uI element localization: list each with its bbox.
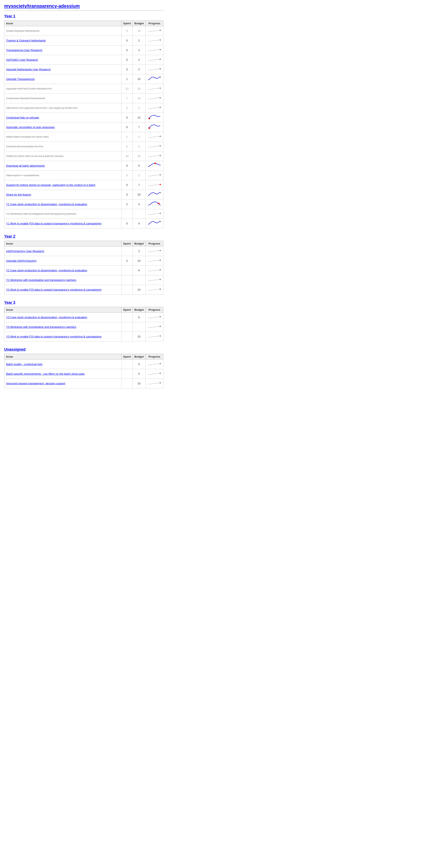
issue-cell[interactable]: Upgrade Transparencia	[4, 74, 121, 84]
issue-link[interactable]: Transparencia User Research	[6, 49, 42, 52]
progress-cell	[146, 379, 163, 389]
budget-cell: 14	[133, 113, 146, 122]
budget-cell: 5	[133, 360, 146, 369]
issue-cell[interactable]: Share by link feature	[4, 190, 121, 199]
issue-cell[interactable]: AskTheEU User Research	[4, 55, 121, 65]
issue-cell[interactable]: Training & Outreach Netherlands	[4, 36, 121, 45]
issue-cell[interactable]: Y1 Work to enable FOI data to support tr…	[4, 219, 121, 228]
budget-cell: 10	[133, 84, 146, 94]
issue-cell[interactable]: Improved request management, decision su…	[4, 379, 121, 389]
issue-link[interactable]: Improved request management, decision su…	[6, 382, 65, 385]
spent-cell	[121, 209, 133, 219]
col-header-spent: Spent	[121, 21, 133, 26]
issue-cell[interactable]: Batch quality - contextual help	[4, 360, 121, 369]
svg-point-9	[149, 118, 150, 119]
issue-link[interactable]: Y2 Case study production & dissemination…	[6, 269, 87, 272]
spent-cell	[121, 360, 133, 369]
issue-cell[interactable]: Y3 Workshop with investigative and trans…	[4, 322, 121, 332]
col-header-progress: Progress	[146, 21, 163, 26]
issue-link[interactable]: Y2 Work to enable FOI data to support tr…	[6, 288, 102, 291]
svg-point-31	[160, 382, 161, 383]
issue-link[interactable]: Download all batch attachments	[6, 164, 45, 167]
issue-link[interactable]: Alaveteli Netherlands User Research	[6, 68, 51, 71]
progress-cell	[146, 266, 163, 275]
section-title-year3[interactable]: Year 3	[4, 301, 163, 305]
svg-point-13	[160, 155, 161, 156]
progress-cell	[146, 103, 163, 113]
issue-cell[interactable]: Support for linking stories to requests,…	[4, 180, 121, 190]
issue-link[interactable]: Share by link feature	[6, 193, 31, 196]
progress-cell	[146, 132, 163, 142]
budget-cell: 7	[133, 122, 146, 132]
issue-cell[interactable]: Y3 Work to enable FOI data to support tr…	[4, 332, 121, 341]
issue-link[interactable]: Y3 Case study production & dissemination…	[6, 316, 87, 319]
issue-cell[interactable]: Download all batch attachments	[4, 161, 121, 170]
issue-cell[interactable]: Y1 Case study production & dissemination…	[4, 199, 121, 209]
issue-cell: Self-serve non-payment accounts - can ap…	[4, 103, 121, 113]
spent-cell: 7	[121, 94, 133, 103]
progress-cell	[146, 55, 163, 65]
progress-sparkline	[147, 104, 162, 111]
issue-cell[interactable]: Automatic recognition of auto responses	[4, 122, 121, 132]
svg-point-14	[154, 163, 156, 164]
issue-cell[interactable]: Batch-specific improvements - use filter…	[4, 369, 121, 379]
svg-point-0	[160, 30, 161, 31]
svg-point-5	[160, 76, 161, 78]
issue-cell[interactable]: Y2 Workshop with investigative and trans…	[4, 275, 121, 285]
issue-link[interactable]: Y2 Workshop with investigative and trans…	[6, 278, 76, 282]
spent-cell	[121, 246, 133, 256]
progress-sparkline	[147, 361, 162, 367]
issue-link[interactable]: Upgrade Transparencia	[6, 78, 34, 81]
issue-link[interactable]: Y1 Work to enable FOI data to support tr…	[6, 222, 102, 225]
issue-cell: Data export -> spreadsheet	[4, 170, 121, 180]
table-row: Download all batch attachments05	[4, 161, 163, 170]
progress-cell	[146, 369, 163, 379]
table-row: Y3 Case study production & dissemination…	[4, 313, 163, 322]
budget-cell: 10	[133, 285, 146, 294]
section-title-unassigned[interactable]: Unassigned	[4, 347, 163, 352]
table-row: General documentation for Pro25	[4, 142, 163, 151]
table-row: Alaveteli Netherlands User Research02	[4, 65, 163, 74]
table-row: Data export -> spreadsheet02	[4, 170, 163, 180]
page-container: mysociety/transparency-adessium Year 1Is…	[4, 3, 163, 389]
spent-cell	[121, 379, 133, 389]
issue-link[interactable]: AskTheEU User Research	[6, 58, 38, 61]
issue-link[interactable]: Y1 Case study production & dissemination…	[6, 203, 87, 206]
table-row: Upgrade Transparencia110	[4, 74, 163, 84]
issue-link[interactable]: Support for linking stories to requests,…	[6, 183, 95, 187]
table-row: Customise Alaveteli Netherlands715	[4, 94, 163, 103]
progress-cell	[146, 84, 163, 94]
budget-cell: 2	[133, 132, 146, 142]
issue-cell[interactable]: Y3 Case study production & dissemination…	[4, 313, 121, 322]
issue-link[interactable]: Automatic recognition of auto responses	[6, 126, 55, 129]
spent-cell: 0	[121, 45, 133, 55]
issue-link[interactable]: Upgrade InfoProVsechny	[6, 259, 36, 262]
progress-sparkline	[147, 85, 162, 92]
section-title-year2[interactable]: Year 2	[4, 234, 163, 239]
issue-link[interactable]: InfoProVsechny User Research	[6, 250, 44, 253]
issue-cell[interactable]: Contextual help on refusals	[4, 113, 121, 122]
issue-cell[interactable]: Alaveteli Netherlands User Research	[4, 65, 121, 74]
issue-link[interactable]: Training & Outreach Netherlands	[6, 39, 46, 42]
issue-cell[interactable]: Y2 Work to enable FOI data to support tr…	[4, 285, 121, 294]
svg-point-15	[160, 174, 161, 176]
section-title-year1[interactable]: Year 1	[4, 14, 163, 19]
issue-cell: Upgrade AskTheEU with Alaveteli Pro	[4, 84, 121, 94]
issue-link[interactable]: Y3 Workshop with investigative and trans…	[6, 326, 76, 329]
svg-point-7	[160, 97, 161, 98]
issue-cell[interactable]: Y2 Case study production & dissemination…	[4, 266, 121, 275]
issue-link[interactable]: Batch-specific improvements - use filter…	[6, 372, 85, 375]
issue-link[interactable]: Batch quality - contextual help	[6, 363, 42, 366]
page-title[interactable]: mysociety/transparency-adessium	[4, 3, 163, 9]
svg-point-26	[160, 316, 161, 317]
top-divider	[4, 10, 163, 11]
progress-cell	[146, 45, 163, 55]
issue-link[interactable]: Y3 Work to enable FOI data to support tr…	[6, 335, 102, 338]
issue-cell[interactable]: Transparencia User Research	[4, 45, 121, 55]
budget-cell: 10	[133, 256, 146, 266]
issue-link[interactable]: Contextual help on refusals	[6, 116, 39, 119]
issue-cell[interactable]: Upgrade InfoProVsechny	[4, 256, 121, 266]
issue-cell[interactable]: InfoProVsechny User Research	[4, 246, 121, 256]
budget-cell: 2	[133, 170, 146, 180]
budget-cell: 15	[133, 94, 146, 103]
